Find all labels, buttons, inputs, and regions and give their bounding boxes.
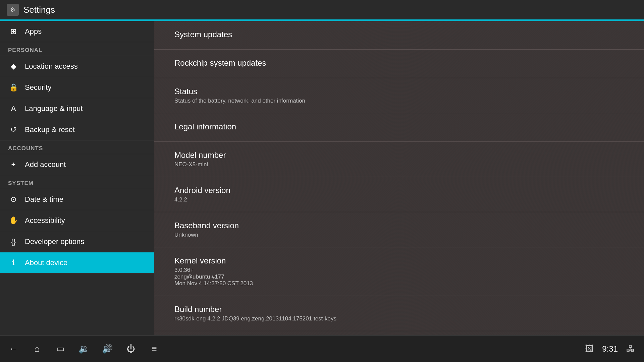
sidebar-item-label-about-device: About device [25, 258, 67, 267]
taskbar: ←⌂▭🔉🔊⏻≡ 🖼 9:31 🖧 [0, 335, 644, 362]
sidebar-item-label-date-time: Date & time [25, 195, 63, 204]
sidebar-item-language-input[interactable]: ALanguage & input [0, 98, 154, 119]
about-device-icon: ℹ [8, 258, 19, 267]
sidebar-section-section-personal: PERSONAL [0, 42, 154, 56]
content-item-build-number[interactable]: Build numberrk30sdk-eng 4.2.2 JDQ39 eng.… [154, 296, 644, 331]
content-item-kernel-version[interactable]: Kernel version3.0.36+ zeng@ubuntu #177 M… [154, 247, 644, 296]
content-item-sub-build-number: rk30sdk-eng 4.2.2 JDQ39 eng.zeng.2013110… [174, 315, 624, 322]
content-item-title-legal-information: Legal information [174, 122, 624, 131]
content-item-title-kernel-version: Kernel version [174, 256, 624, 265]
content-item-legal-information[interactable]: Legal information [154, 113, 644, 142]
content-item-sub-kernel-version: 3.0.36+ zeng@ubuntu #177 Mon Nov 4 14:37… [174, 267, 624, 287]
content-item-title-rockchip-system-updates: Rockchip system updates [174, 58, 624, 68]
page-title: Settings [23, 5, 55, 15]
date-time-icon: ⊙ [8, 195, 19, 204]
settings-icon: ⚙ [7, 4, 19, 16]
sidebar-item-label-apps: Apps [25, 27, 42, 36]
security-icon: 🔒 [8, 83, 19, 92]
sidebar-section-section-system: SYSTEM [0, 175, 154, 189]
thumbnail-icon[interactable]: 🖼 [583, 342, 596, 356]
main-layout: ⊞AppsPERSONAL◆Location access🔒SecurityAL… [0, 21, 644, 336]
accessibility-icon: ✋ [8, 216, 19, 225]
taskbar-right: 🖼 9:31 🖧 [583, 342, 637, 356]
sidebar-item-backup-reset[interactable]: ↺Backup & reset [0, 119, 154, 140]
taskbar-left: ←⌂▭🔉🔊⏻≡ [7, 342, 583, 356]
content-item-system-updates[interactable]: System updates [154, 21, 644, 50]
sidebar-item-label-security: Security [25, 83, 51, 92]
add-account-icon: + [8, 160, 19, 169]
sidebar-item-developer-options[interactable]: {}Developer options [0, 231, 154, 252]
sidebar-item-add-account[interactable]: +Add account [0, 154, 154, 175]
sidebar-item-security[interactable]: 🔒Security [0, 77, 154, 98]
volume-down-icon[interactable]: 🔉 [77, 342, 91, 356]
sidebar-section-section-accounts: ACCOUNTS [0, 140, 154, 154]
sidebar-item-location-access[interactable]: ◆Location access [0, 56, 154, 77]
backup-reset-icon: ↺ [8, 125, 19, 134]
sidebar-item-apps[interactable]: ⊞Apps [0, 21, 154, 42]
sidebar-item-label-backup-reset: Backup & reset [25, 125, 75, 134]
content-item-status[interactable]: StatusStatus of the battery, network, an… [154, 78, 644, 113]
language-input-icon: A [8, 104, 19, 113]
sidebar-item-label-language-input: Language & input [25, 104, 83, 113]
sidebar-item-label-accessibility: Accessibility [25, 216, 65, 225]
content-item-title-android-version: Android version [174, 186, 624, 195]
content-item-title-baseband-version: Baseband version [174, 221, 624, 230]
sidebar-item-label-developer-options: Developer options [25, 237, 84, 246]
content-item-baseband-version[interactable]: Baseband versionUnknown [154, 212, 644, 247]
content-item-sub-model-number: NEO-X5-mini [174, 161, 624, 168]
back-icon[interactable]: ← [7, 342, 20, 356]
home-icon[interactable]: ⌂ [30, 342, 44, 356]
sidebar-item-label-add-account: Add account [25, 160, 66, 169]
content-item-title-model-number: Model number [174, 150, 624, 160]
system-clock: 9:31 [602, 344, 618, 354]
content-item-sub-android-version: 4.2.2 [174, 196, 624, 203]
apps-icon: ⊞ [8, 27, 19, 36]
title-bar: ⚙ Settings [0, 0, 644, 20]
sidebar-item-date-time[interactable]: ⊙Date & time [0, 189, 154, 210]
content-item-sub-status: Status of the battery, network, and othe… [174, 98, 624, 104]
recents-icon[interactable]: ▭ [54, 342, 67, 356]
menu-icon[interactable]: ≡ [148, 342, 161, 356]
sidebar-item-accessibility[interactable]: ✋Accessibility [0, 210, 154, 231]
content-item-model-number[interactable]: Model numberNEO-X5-mini [154, 142, 644, 177]
volume-up-icon[interactable]: 🔊 [101, 342, 114, 356]
sidebar-item-about-device[interactable]: ℹAbout device [0, 252, 154, 274]
content-item-sub-baseband-version: Unknown [174, 232, 624, 238]
sidebar: ⊞AppsPERSONAL◆Location access🔒SecurityAL… [0, 21, 154, 336]
content-item-android-version[interactable]: Android version4.2.2 [154, 177, 644, 212]
sidebar-item-label-location-access: Location access [25, 62, 78, 71]
content-panel: System updatesRockchip system updatesSta… [154, 21, 644, 336]
content-item-rockchip-system-updates[interactable]: Rockchip system updates [154, 50, 644, 78]
developer-options-icon: {} [8, 237, 19, 246]
location-access-icon: ◆ [8, 62, 19, 71]
network-icon: 🖧 [624, 342, 637, 356]
content-item-title-build-number: Build number [174, 305, 624, 314]
power-icon[interactable]: ⏻ [124, 342, 138, 356]
content-item-title-status: Status [174, 87, 624, 96]
content-item-title-system-updates: System updates [174, 30, 624, 39]
